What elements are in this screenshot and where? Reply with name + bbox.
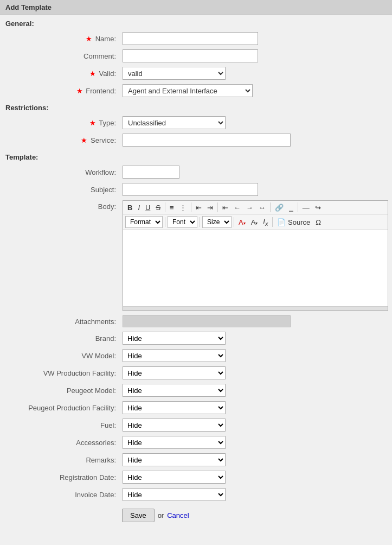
save-button[interactable]: Save <box>122 509 155 522</box>
horizontal-rule-button[interactable]: — <box>300 203 312 212</box>
remarks-select[interactable]: Hide Show <box>123 453 226 466</box>
subject-field-cell <box>119 181 392 198</box>
separator-5 <box>298 202 298 212</box>
editor-toolbar-top: B I U S ≡ ⋮ ⇤ ⇥ ⇤ ← → ↔ <box>123 201 388 214</box>
comment-input[interactable] <box>123 49 258 62</box>
separator-4 <box>270 202 271 212</box>
frontend-label: ★ Frontend: <box>0 82 119 99</box>
frontend-required-star: ★ <box>76 87 83 95</box>
type-select[interactable]: Unclassified <box>123 116 226 129</box>
bold-button[interactable]: B <box>125 203 134 212</box>
peugeot-production-select[interactable]: Hide Show <box>123 401 226 414</box>
valid-required-star: ★ <box>89 69 96 78</box>
brand-cell: Hide Show <box>119 329 392 347</box>
frontend-select[interactable]: Agent and External Interface Agent Inter… <box>123 84 253 97</box>
accessories-select[interactable]: Hide Show <box>123 436 226 449</box>
invoice-date-label: Invoice Date: <box>0 486 119 503</box>
type-required-star: ★ <box>89 119 96 127</box>
service-required-star: ★ <box>81 136 87 144</box>
strikethrough-button[interactable]: S <box>153 203 163 212</box>
separator-3 <box>217 202 218 212</box>
italic-button[interactable]: I <box>136 203 142 212</box>
subject-label: Subject: <box>0 181 119 198</box>
brand-label: Brand: <box>0 329 119 347</box>
editor-content[interactable] <box>123 230 388 306</box>
attachments-input[interactable] <box>123 315 291 327</box>
body-editor: B I U S ≡ ⋮ ⇤ ⇥ ⇤ ← → ↔ <box>123 200 388 311</box>
registration-date-cell: Hide Show <box>119 468 392 486</box>
font-color-button[interactable]: A▾ <box>236 218 248 227</box>
peugeot-model-select[interactable]: Hide Show <box>123 384 226 397</box>
valid-label: ★ Valid: <box>0 65 119 82</box>
service-field-cell <box>119 131 392 149</box>
special-char-button[interactable]: Ω <box>313 218 323 227</box>
separator-6 <box>165 217 165 227</box>
vw-production-select[interactable]: Hide Show <box>123 366 226 379</box>
remarks-cell: Hide Show <box>119 451 392 468</box>
size-dropdown[interactable]: Size <box>202 216 232 228</box>
indent-increase-button[interactable]: ⇥ <box>205 203 215 212</box>
workflow-label: Workflow: <box>0 163 119 181</box>
name-field-cell <box>119 30 392 47</box>
peugeot-model-cell: Hide Show <box>119 382 392 399</box>
align-right-button[interactable]: → <box>244 203 255 212</box>
service-label: ★ Service: <box>0 131 119 149</box>
body-label: Body: <box>0 198 119 313</box>
vw-model-cell: Hide Show <box>119 347 392 364</box>
fuel-label: Fuel: <box>0 416 119 434</box>
indent-decrease-button[interactable]: ⇤ <box>194 203 204 212</box>
vw-production-cell: Hide Show <box>119 364 392 382</box>
registration-date-label: Registration Date: <box>0 468 119 486</box>
peugeot-production-cell: Hide Show <box>119 399 392 416</box>
unlink-button[interactable]: ⎯ <box>287 203 295 212</box>
cancel-link[interactable]: Cancel <box>167 511 189 519</box>
vw-model-select[interactable]: Hide Show <box>123 349 226 362</box>
separator-2 <box>191 202 191 212</box>
form-actions: Save or Cancel <box>0 503 392 528</box>
workflow-input[interactable] <box>123 166 179 179</box>
invoice-date-select[interactable]: Hide Show <box>123 488 226 501</box>
underline-button[interactable]: U <box>143 203 152 212</box>
name-label: ★ Name: <box>0 30 119 47</box>
align-justify-button[interactable]: ↔ <box>256 203 268 212</box>
frontend-field-cell: Agent and External Interface Agent Inter… <box>119 82 392 99</box>
fuel-cell: Hide Show <box>119 416 392 434</box>
peugeot-model-label: Peugeot Model: <box>0 382 119 399</box>
format-dropdown[interactable]: Format <box>125 216 163 228</box>
fuel-select[interactable]: Hide Show <box>123 419 226 432</box>
valid-select[interactable]: valid invalid <box>123 67 226 80</box>
align-center-button[interactable]: ← <box>232 203 243 212</box>
separator-7 <box>200 217 200 227</box>
brand-select[interactable]: Hide Show <box>123 332 226 345</box>
page-header: Add Template <box>0 0 392 15</box>
attachments-cell <box>119 313 392 329</box>
general-section-label: General: <box>0 15 392 30</box>
service-input[interactable] <box>123 134 291 147</box>
subject-input[interactable] <box>123 183 258 196</box>
valid-field-cell: valid invalid <box>119 65 392 82</box>
font-dropdown[interactable]: Font <box>168 216 197 228</box>
editor-toolbar-format: Format Font Size A▾ A▾ Ix <box>123 214 388 230</box>
type-label: ★ Type: <box>0 114 119 131</box>
remove-format-button[interactable]: Ix <box>261 217 270 227</box>
unordered-list-button[interactable]: ⋮ <box>177 203 189 212</box>
comment-field-cell <box>119 47 392 65</box>
undo-button[interactable]: ↩ <box>313 203 323 212</box>
remarks-label: Remarks: <box>0 451 119 468</box>
accessories-label: Accessories: <box>0 434 119 451</box>
comment-label: Comment: <box>0 47 119 65</box>
page-title: Add Template <box>5 3 52 11</box>
align-left-button[interactable]: ⇤ <box>220 203 230 212</box>
name-input[interactable] <box>123 32 258 45</box>
link-button[interactable]: 🔗 <box>273 203 286 212</box>
ordered-list-button[interactable]: ≡ <box>168 203 176 212</box>
source-button[interactable]: 📄 Source <box>275 218 312 227</box>
workflow-field-cell <box>119 163 392 181</box>
bg-color-button[interactable]: A▾ <box>249 218 260 227</box>
registration-date-select[interactable]: Hide Show <box>123 471 226 484</box>
separator-8 <box>234 217 234 227</box>
accessories-cell: Hide Show <box>119 434 392 451</box>
template-section-label: Template: <box>0 149 392 163</box>
editor-resize-bar[interactable] <box>123 306 388 310</box>
type-field-cell: Unclassified <box>119 114 392 131</box>
